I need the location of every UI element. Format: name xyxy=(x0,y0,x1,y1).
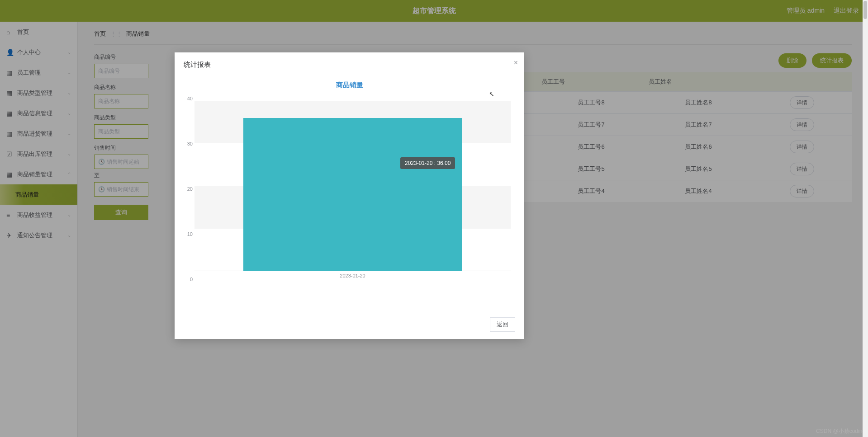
modal-title: 统计报表 xyxy=(175,52,524,77)
modal-footer: 返回 xyxy=(490,317,515,332)
chart-tooltip: 2023-01-20 : 36.00 xyxy=(400,157,455,169)
vertical-scrollbar[interactable] xyxy=(863,0,868,437)
chart-title: 商品销量 xyxy=(175,81,524,89)
stats-modal: 统计报表 × 商品销量 0 10 20 30 40 2023-01-20 : 3… xyxy=(175,52,524,339)
back-button[interactable]: 返回 xyxy=(490,317,515,332)
xtick-0: 2023-01-20 xyxy=(340,273,365,278)
chart-area: 0 10 20 30 40 2023-01-20 : 36.00 2023-01… xyxy=(194,99,511,279)
ytick-10: 10 xyxy=(187,231,193,237)
ytick-40: 40 xyxy=(187,96,193,101)
plot-region: 2023-01-20 : 36.00 2023-01-20 xyxy=(194,101,511,271)
watermark: CSDN @小蔡coding xyxy=(816,428,865,435)
mouse-cursor: ↖ xyxy=(489,90,494,98)
close-icon[interactable]: × xyxy=(514,59,518,67)
bar-series-0[interactable] xyxy=(243,118,461,271)
ytick-20: 20 xyxy=(187,186,193,192)
y-axis: 0 10 20 30 40 xyxy=(181,99,194,279)
scrollbar-thumb[interactable] xyxy=(863,1,867,19)
ytick-0: 0 xyxy=(190,277,193,282)
ytick-30: 30 xyxy=(187,141,193,146)
